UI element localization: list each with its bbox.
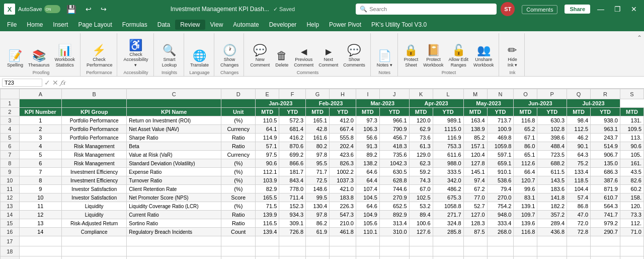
- col-P[interactable]: P: [537, 89, 567, 99]
- cell-val-3[interactable]: 226.3: [330, 202, 356, 211]
- cell-val-2[interactable]: 161.6: [306, 134, 330, 142]
- cell-val-5[interactable]: 418.3: [379, 142, 409, 151]
- cell-val-4[interactable]: 110.1: [356, 228, 379, 236]
- cell-kpi-num[interactable]: 11: [19, 202, 62, 211]
- cell-val-12[interactable]: 98.4: [567, 116, 591, 125]
- cell-kpi-group[interactable]: Portfolio Performance: [62, 134, 127, 142]
- h-jul2023[interactable]: Jul-2023: [567, 99, 620, 108]
- cell-val-14[interactable]: 161.: [620, 159, 643, 168]
- cell-val-1[interactable]: 309.1: [279, 219, 306, 228]
- cell-val-2[interactable]: 42.8: [306, 125, 330, 134]
- cell-val-8[interactable]: 67.2: [463, 185, 487, 193]
- cell-val-5[interactable]: 892.9: [379, 211, 409, 219]
- cell-val-2[interactable]: 86.2: [306, 219, 330, 228]
- col-label-4[interactable]: MTD: [256, 108, 279, 116]
- col-I[interactable]: I: [356, 89, 379, 99]
- cell-val-0[interactable]: 71.5: [256, 202, 279, 211]
- row-num-15[interactable]: 15: [1, 219, 20, 228]
- cell-val-0[interactable]: 114.9: [256, 134, 279, 142]
- cell-val-2[interactable]: 80.2: [306, 142, 330, 151]
- cell-val-6[interactable]: 62.9: [409, 125, 433, 134]
- cell-val-0[interactable]: 57.1: [256, 142, 279, 151]
- empty-cell[interactable]: [19, 256, 62, 260]
- empty-cell[interactable]: [567, 236, 591, 246]
- cell-val-8[interactable]: 138.9: [463, 125, 487, 134]
- col-N[interactable]: N: [487, 89, 514, 99]
- cell-kpi-num[interactable]: 13: [19, 219, 62, 228]
- empty-cell[interactable]: [127, 256, 221, 260]
- notes-button[interactable]: 📄 Notes ▾: [375, 49, 394, 69]
- h-apr2023[interactable]: Apr-2023: [409, 99, 463, 108]
- cell-val-5[interactable]: 270.9: [379, 193, 409, 202]
- cell-val-13[interactable]: 979.2: [591, 219, 620, 228]
- cell-unit[interactable]: Score: [221, 193, 256, 202]
- translate-button[interactable]: 🌐 Translate: [188, 49, 211, 69]
- cell-val-13[interactable]: 514.9: [591, 142, 620, 151]
- cell-kpi-group[interactable]: Liquidity: [62, 202, 127, 211]
- cell-val-11[interactable]: 357.2: [537, 211, 567, 219]
- cell-val-9[interactable]: 270.0: [487, 193, 514, 202]
- cell-val-5[interactable]: 1042.3: [379, 159, 409, 168]
- h-unit[interactable]: [221, 99, 256, 108]
- cell-val-4[interactable]: 138.2: [356, 159, 379, 168]
- empty-cell[interactable]: [463, 236, 487, 246]
- show-comments-button[interactable]: 💬 ShowComments: [341, 44, 367, 69]
- cell-kpi-num[interactable]: 8: [19, 176, 62, 185]
- col-label-18[interactable]: MTD: [620, 108, 643, 116]
- cell-val-0[interactable]: 139.9: [256, 211, 279, 219]
- save-icon[interactable]: 💾: [63, 5, 79, 14]
- cell-kpi-num[interactable]: 14: [19, 228, 62, 236]
- cell-val-4[interactable]: 64.4: [356, 176, 379, 185]
- cell-val-8[interactable]: 85.2: [463, 134, 487, 142]
- cell-val-12[interactable]: 57.4: [567, 193, 591, 202]
- cell-val-13[interactable]: 387.6: [591, 176, 620, 185]
- cell-val-11[interactable]: 436.8: [537, 228, 567, 236]
- row-num-11[interactable]: 11: [1, 185, 20, 193]
- next-comment-button[interactable]: ▶ NextComment: [316, 47, 340, 69]
- cell-unit[interactable]: (%): [221, 185, 256, 193]
- cell-val-9[interactable]: 713.7: [487, 116, 514, 125]
- protect-workbook-button[interactable]: 📔 ProtectWorkbook: [421, 44, 445, 69]
- cell-val-12[interactable]: 90.1: [567, 142, 591, 151]
- ribbon-collapse-button[interactable]: ⌃: [637, 34, 642, 41]
- cell-kpi-num[interactable]: 6: [19, 159, 62, 168]
- search-input[interactable]: [369, 6, 493, 12]
- row-num-16[interactable]: 16: [1, 228, 20, 236]
- empty-cell[interactable]: [256, 236, 279, 246]
- cell-val-6[interactable]: 102.5: [409, 193, 433, 202]
- cell-val-10[interactable]: 139.1: [514, 202, 537, 211]
- cell-val-11[interactable]: 289.4: [537, 219, 567, 228]
- cell-val-10[interactable]: 66.4: [514, 168, 537, 176]
- cell-unit[interactable]: (%): [221, 202, 256, 211]
- cell-val-14[interactable]: 120.: [620, 202, 643, 211]
- empty-cell[interactable]: [591, 246, 620, 256]
- cell-val-8[interactable]: 157.1: [463, 142, 487, 151]
- cell-val-5[interactable]: 456.7: [379, 134, 409, 142]
- cell-val-6[interactable]: 62.3: [409, 159, 433, 168]
- cell-val-5[interactable]: 744.6: [379, 185, 409, 193]
- cell-val-6[interactable]: 89.4: [409, 211, 433, 219]
- col-label-13[interactable]: YTD: [487, 108, 514, 116]
- cell-val-3[interactable]: 210.0: [330, 219, 356, 228]
- cell-val-8[interactable]: 52.7: [463, 202, 487, 211]
- empty-cell[interactable]: [19, 246, 62, 256]
- cell-val-11[interactable]: 102.8: [537, 125, 567, 134]
- cell-val-8[interactable]: 163.4: [463, 116, 487, 125]
- delete-button[interactable]: 🗑 Delete: [273, 49, 291, 69]
- cell-val-7[interactable]: 285.8: [433, 228, 463, 236]
- row-num-e1[interactable]: 18: [1, 246, 20, 256]
- row-num-3[interactable]: 3: [1, 116, 20, 125]
- row-num-10[interactable]: 10: [1, 176, 20, 185]
- undo-button[interactable]: ↩: [83, 5, 95, 13]
- h-may2023[interactable]: May-2023: [463, 99, 514, 108]
- cell-val-4[interactable]: 104.5: [356, 193, 379, 202]
- empty-cell[interactable]: [409, 256, 433, 260]
- cell-val-1[interactable]: 699.2: [279, 151, 306, 159]
- cell-val-4[interactable]: 64.6: [356, 168, 379, 176]
- cell-kpi-group[interactable]: Liquidity: [62, 211, 127, 219]
- empty-cell[interactable]: [62, 256, 127, 260]
- menu-item-insert[interactable]: Insert: [48, 20, 73, 30]
- empty-cell[interactable]: [127, 246, 221, 256]
- formula-input[interactable]: [67, 80, 642, 86]
- cell-val-2[interactable]: 61.9: [306, 228, 330, 236]
